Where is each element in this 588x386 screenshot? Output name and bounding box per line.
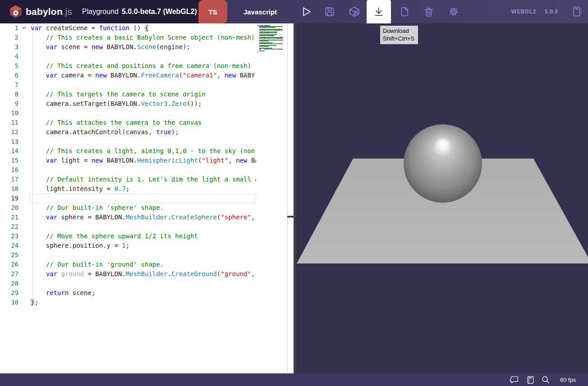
minimap-token [258, 51, 258, 52]
minimap-token [282, 49, 283, 50]
scene-3d [296, 23, 588, 373]
code-token: Vector3 [141, 100, 167, 107]
code-token: light.intensity = [31, 185, 114, 192]
code-token: var [31, 24, 42, 32]
code-line[interactable] [31, 52, 256, 61]
code-editor[interactable]: 1234567891011121314151617181920212223242… [0, 23, 294, 373]
code-token: light = [57, 157, 92, 164]
line-number: 15 [0, 156, 18, 165]
code-line[interactable]: var camera = new BABYLON.FreeCamera("cam… [31, 71, 256, 80]
search-button[interactable] [538, 373, 553, 386]
code-line[interactable]: var ground = BABYLON.MeshBuilder.CreateG… [31, 269, 256, 279]
code-line[interactable]: // Move the sphere upward 1/2 its height [31, 232, 256, 241]
line-number-gutter[interactable]: 1234567891011121314151617181920212223242… [0, 23, 18, 307]
code-line[interactable]: // Our built-in 'ground' shape. [31, 260, 256, 269]
webgl-label: WEBGL2 [511, 0, 536, 23]
delete-button[interactable] [419, 0, 439, 23]
code-line[interactable]: return scene; [31, 288, 256, 298]
minimap-token [275, 30, 279, 31]
code-token: scene = [57, 43, 92, 50]
code-line[interactable] [31, 222, 256, 232]
code-token: new [92, 43, 103, 50]
minimap-token [275, 32, 277, 33]
minimap-token [271, 27, 276, 28]
line-number: 9 [0, 99, 18, 109]
line-number: 20 [0, 203, 18, 213]
code-line[interactable] [31, 80, 256, 90]
minimap[interactable] [256, 23, 288, 373]
code-line[interactable] [31, 250, 256, 260]
language-selector[interactable]: Javascript [227, 0, 293, 23]
code-line[interactable]: // This creates and positions a free cam… [31, 61, 256, 71]
new-button[interactable] [395, 0, 414, 23]
comments-button[interactable] [507, 373, 521, 386]
minimap-token [259, 32, 270, 33]
minimap-token [262, 50, 265, 51]
code-line[interactable] [31, 279, 256, 288]
code-token: camera.attachControl(canvas, [31, 128, 156, 136]
code-token: var [46, 270, 57, 277]
code-line[interactable] [31, 194, 256, 203]
code-line[interactable]: // This attaches the camera to the canva… [31, 118, 256, 127]
code-line[interactable]: }; [31, 298, 256, 307]
line-number: 3 [0, 42, 18, 52]
code-line[interactable]: // This targets the camera to scene orig… [31, 90, 256, 99]
docs-button[interactable] [523, 373, 537, 386]
code-line[interactable]: // Default intensity is 1. Let's dim the… [31, 175, 256, 184]
minimap-token [268, 46, 269, 47]
download-button[interactable] [367, 0, 391, 23]
save-button[interactable] [320, 0, 340, 23]
line-number: 21 [0, 213, 18, 222]
render-canvas[interactable] [296, 23, 588, 373]
code-line[interactable]: // This creates a basic Babylon Scene ob… [31, 33, 256, 42]
code-line[interactable]: camera.setTarget(BABYLON.Vector3.Zero())… [31, 99, 256, 109]
code-token: , [251, 213, 255, 221]
babylon-logo-icon [9, 5, 23, 19]
code-line[interactable]: var scene = new BABYLON.Scene(engine); [31, 42, 256, 52]
typescript-tab[interactable]: TS [198, 0, 227, 23]
code-content[interactable]: var createScene = function () { // This … [31, 23, 256, 373]
babylon-logo-link[interactable]: babylon.js [9, 0, 72, 23]
code-token: Scene [137, 43, 156, 50]
code-line[interactable]: var createScene = function () { [31, 23, 256, 33]
code-token: new [225, 72, 236, 79]
code-token [31, 72, 46, 79]
code-line[interactable]: var sphere = BABYLON.MeshBuilder.CreateS… [31, 213, 256, 222]
examples-button[interactable] [568, 0, 586, 23]
code-token [31, 157, 46, 164]
code-token: ); [171, 128, 179, 136]
code-token: new [92, 157, 103, 164]
code-line[interactable]: // This creates a light, aiming 0,1,0 - … [31, 146, 256, 156]
code-token [31, 43, 46, 50]
code-line[interactable] [31, 137, 256, 146]
code-token: new [236, 157, 247, 164]
minimap-token [264, 49, 268, 50]
code-token: 1 [122, 242, 125, 249]
code-token [31, 289, 46, 296]
code-line[interactable]: camera.attachControl(canvas, true); [31, 127, 256, 137]
minimap-token [277, 38, 280, 39]
code-token: CreateGround [171, 270, 217, 277]
line-number: 26 [0, 260, 18, 269]
line-number: 29 [0, 288, 18, 298]
code-line[interactable]: light.intensity = 0.7; [31, 184, 256, 194]
code-line[interactable] [31, 165, 256, 175]
page-title: Playground 5.0.0-beta.7 (WebGL2) [82, 0, 197, 23]
line-number: 5 [0, 61, 18, 71]
code-token: ; [126, 185, 129, 192]
code-token: , [228, 157, 236, 164]
code-line[interactable]: var light = new BABYLON.HemisphericLight… [31, 156, 256, 165]
code-line[interactable]: sphere.position.y = 1; [31, 241, 256, 250]
code-token: createScene = [42, 24, 99, 32]
run-button[interactable] [296, 0, 316, 23]
fold-chevron-icon[interactable] [21, 25, 28, 32]
code-line[interactable] [31, 109, 256, 118]
minimap-token [268, 43, 273, 44]
settings-button[interactable] [444, 0, 464, 23]
inspector-button[interactable] [345, 0, 364, 23]
code-token: (engine); [156, 43, 190, 50]
code-token [31, 270, 46, 277]
code-line[interactable]: // Our built-in 'sphere' shape. [31, 203, 256, 213]
splitter-handle[interactable] [287, 216, 294, 218]
code-token: var [46, 157, 57, 164]
